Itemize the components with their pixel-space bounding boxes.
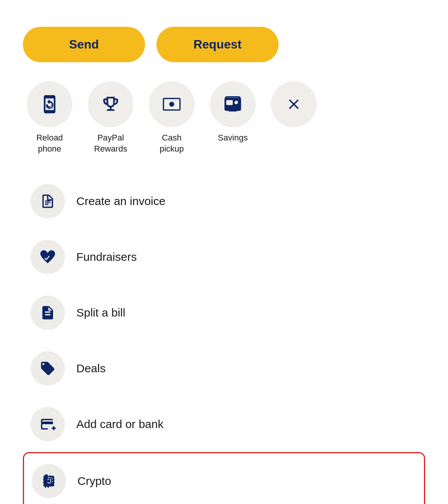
- list-item-deals-label: Deals: [76, 362, 106, 375]
- quick-action-paypal-rewards[interactable]: PayPalRewards: [84, 81, 137, 154]
- trophy-icon: [101, 94, 121, 114]
- list-item-create-invoice-label: Create an invoice: [76, 195, 165, 208]
- quick-action-savings-label: Savings: [218, 132, 248, 144]
- savings-icon: [223, 94, 243, 114]
- list-item-fundraisers-label: Fundraisers: [76, 250, 137, 263]
- list-item-create-invoice[interactable]: Create an invoice: [23, 173, 425, 229]
- quick-action-paypal-rewards-label: PayPalRewards: [94, 132, 127, 154]
- quick-actions-row: Reloadphone PayPalRewards Cashpickup: [23, 81, 425, 154]
- list-item-crypto[interactable]: Crypto: [23, 452, 425, 504]
- top-buttons-container: Send Request: [23, 27, 425, 62]
- quick-action-reload-phone-label: Reloadphone: [36, 132, 63, 154]
- close-icon: [285, 96, 302, 113]
- fundraisers-icon: [40, 249, 56, 265]
- list-item-split-bill[interactable]: Split a bill: [23, 285, 425, 341]
- svg-rect-11: [48, 480, 50, 483]
- cash-pickup-icon: [162, 94, 182, 114]
- deals-icon: [40, 360, 56, 376]
- list-item-deals[interactable]: Deals: [23, 341, 425, 396]
- request-button[interactable]: Request: [156, 27, 279, 62]
- phone-reload-icon: [40, 94, 60, 114]
- svg-rect-7: [227, 100, 233, 104]
- split-bill-icon: [40, 305, 56, 321]
- svg-rect-1: [169, 102, 174, 107]
- send-button[interactable]: Send: [23, 27, 145, 62]
- list-item-split-bill-label: Split a bill: [76, 306, 125, 319]
- list-item-crypto-label: Crypto: [77, 475, 111, 488]
- list-item-fundraisers[interactable]: Fundraisers: [23, 229, 425, 285]
- quick-action-cash-pickup-label: Cashpickup: [160, 132, 184, 154]
- svg-point-8: [235, 101, 238, 104]
- invoice-icon: [40, 193, 56, 209]
- quick-action-savings[interactable]: Savings: [206, 81, 259, 144]
- list-item-add-card-bank-label: Add card or bank: [76, 418, 163, 431]
- quick-action-cash-pickup[interactable]: Cashpickup: [145, 81, 198, 154]
- quick-action-close[interactable]: [267, 81, 321, 132]
- list-item-add-card-bank[interactable]: Add card or bank: [23, 396, 425, 452]
- crypto-icon: [41, 473, 57, 489]
- quick-action-reload-phone[interactable]: Reloadphone: [23, 81, 76, 154]
- list-items-container: Create an invoice Fundraisers Split a bi…: [23, 173, 425, 504]
- add-card-icon: [40, 416, 56, 432]
